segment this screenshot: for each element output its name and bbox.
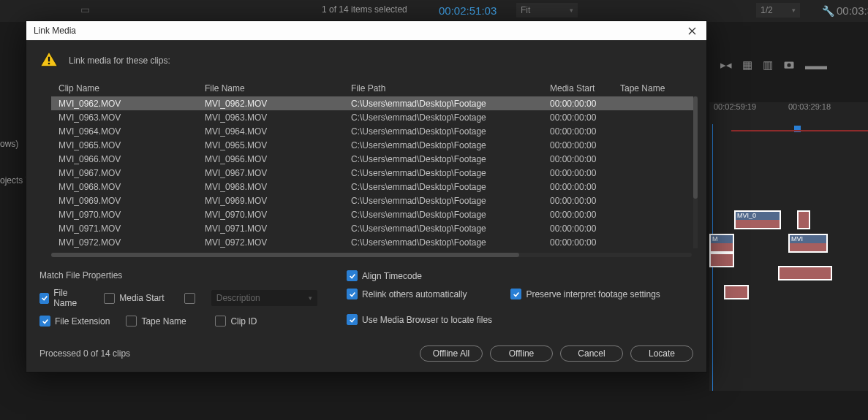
checkbox-tape-name[interactable]: Tape Name (126, 316, 199, 327)
checkbox-file-name[interactable]: File Name (39, 288, 88, 308)
table-header-row[interactable]: Clip Name File Name File Path Media Star… (51, 80, 693, 96)
settings-wrench-icon[interactable]: 🔧 (822, 5, 834, 17)
resolution-dropdown[interactable]: 1/2▾ (756, 3, 800, 18)
cell-path: C:\Users\emmad\Desktop\Footage (351, 112, 550, 123)
checkbox-label: Clip ID (230, 316, 257, 327)
locate-button[interactable]: Locate (630, 345, 693, 362)
description-dropdown[interactable]: Description▾ (211, 290, 317, 306)
table-row[interactable]: MVI_0969.MOVMVI_0969.MOVC:\Users\emmad\D… (51, 194, 693, 207)
table-row[interactable]: MVI_0965.MOVMVI_0965.MOVC:\Users\emmad\D… (51, 138, 693, 152)
timeline-audio-clip[interactable] (724, 285, 749, 299)
col-header-tape[interactable]: Tape Name (620, 83, 679, 93)
dialog-titlebar[interactable]: Link Media (26, 21, 706, 40)
table-row[interactable]: MVI_0967.MOVMVI_0967.MOVC:\Users\emmad\D… (51, 166, 693, 180)
checkbox-use-media-browser[interactable]: Use Media Browser to locate files (347, 314, 693, 325)
cell-clip: MVI_0972.MOV (51, 237, 205, 248)
table-row[interactable]: MVI_0972.MOVMVI_0972.MOVC:\Users\emmad\D… (51, 235, 693, 248)
checkbox-media-start[interactable]: Media Start (104, 293, 168, 304)
table-row[interactable]: MVI_0963.MOVMVI_0963.MOVC:\Users\emmad\D… (51, 110, 693, 124)
cell-clip: MVI_0971.MOV (51, 224, 205, 234)
table-row[interactable]: MVI_0964.MOVMVI_0964.MOVC:\Users\emmad\D… (51, 124, 693, 138)
vertical-scrollbar[interactable] (693, 96, 698, 248)
cell-path: C:\Users\emmad\Desktop\Footage (351, 154, 550, 164)
cell-path: C:\Users\emmad\Desktop\Footage (351, 237, 550, 248)
cell-file: MVI_0964.MOV (205, 126, 351, 137)
compare-icon[interactable]: ▬▬ (805, 59, 827, 72)
cell-start: 00:00:00:00 (550, 154, 620, 164)
svg-point-1 (787, 63, 790, 66)
checkbox-preserve-interpret[interactable]: Preserve interpret footage settings (510, 289, 660, 299)
checkbox-file-extension[interactable]: File Extension (39, 316, 110, 327)
cell-clip: MVI_0970.MOV (51, 210, 205, 220)
offline-button[interactable]: Offline (490, 345, 553, 362)
marker-icon[interactable]: ▸◂ (720, 58, 732, 72)
cell-file: MVI_0971.MOV (205, 224, 351, 234)
offline-all-button[interactable]: Offline All (420, 345, 483, 362)
layout-icon[interactable]: ▥ (763, 58, 773, 72)
checkbox-description[interactable] (184, 293, 195, 304)
table-row[interactable]: MVI_0968.MOVMVI_0968.MOVC:\Users\emmad\D… (51, 180, 693, 194)
checkbox-relink-auto[interactable]: Relink others automatically (347, 289, 467, 299)
match-properties-title: Match File Properties (39, 270, 317, 280)
col-header-file[interactable]: File Name (205, 83, 351, 93)
checkbox-clip-id[interactable]: Clip ID (215, 316, 257, 327)
work-area-bar[interactable] (731, 130, 868, 131)
cell-clip: MVI_0966.MOV (51, 154, 205, 164)
cell-file: MVI_0967.MOV (205, 168, 351, 178)
checkbox-align-timecode[interactable]: Align Timecode (347, 270, 693, 281)
cell-clip: MVI_0968.MOV (51, 182, 205, 192)
clip-header: M (711, 235, 733, 243)
export-frame-icon[interactable]: ▦ (742, 58, 752, 72)
cell-start: 00:00:00:00 (550, 112, 620, 123)
checkbox-label: Tape Name (141, 316, 186, 327)
chevron-down-icon: ▾ (792, 7, 796, 14)
timeline-clip[interactable]: MVI (788, 234, 828, 253)
zoom-fit-dropdown[interactable]: Fit▾ (516, 3, 578, 18)
timeline-clip[interactable] (797, 210, 810, 229)
cell-file: MVI_0968.MOV (205, 182, 351, 192)
timeline-clip[interactable]: MVI_0 (734, 210, 781, 229)
bg-text-fragment: ojects \ (0, 175, 28, 186)
cell-file: MVI_0969.MOV (205, 196, 351, 206)
timeline-clip[interactable]: M (709, 234, 734, 253)
table-row[interactable]: MVI_0966.MOVMVI_0966.MOVC:\Users\emmad\D… (51, 152, 693, 166)
bg-text-fragment: ows) (0, 139, 18, 149)
cell-clip: MVI_0964.MOV (51, 126, 205, 137)
table-row[interactable]: MVI_0970.MOVMVI_0970.MOVC:\Users\emmad\D… (51, 207, 693, 221)
svg-rect-2 (48, 57, 50, 62)
cancel-button[interactable]: Cancel (560, 345, 623, 362)
col-header-clip[interactable]: Clip Name (51, 83, 205, 93)
table-row[interactable]: MVI_0962.MOVMVI_0962.MOVC:\Users\emmad\D… (51, 96, 693, 110)
cell-start: 00:00:00:00 (550, 140, 620, 150)
folder-icon: ▭ (80, 4, 90, 15)
cell-file: MVI_0963.MOV (205, 112, 351, 123)
cell-file: MVI_0972.MOV (205, 237, 351, 248)
scrollbar-thumb[interactable] (51, 253, 519, 257)
timeline-ruler[interactable]: 00:02:59:19 00:03:29:18 (709, 102, 868, 131)
table-row[interactable]: MVI_0971.MOVMVI_0971.MOVC:\Users\emmad\D… (51, 221, 693, 235)
camera-icon[interactable] (783, 59, 795, 72)
cell-start: 00:00:00:00 (550, 196, 620, 206)
cell-start: 00:00:00:00 (550, 168, 620, 178)
selection-count: 1 of 14 items selected (322, 4, 407, 15)
cell-start: 00:00:00:00 (550, 210, 620, 220)
cell-clip: MVI_0965.MOV (51, 140, 205, 150)
warning-text: Link media for these clips: (69, 56, 170, 66)
timeline-audio-clip[interactable] (778, 266, 832, 280)
table-body[interactable]: MVI_0962.MOVMVI_0962.MOVC:\Users\emmad\D… (51, 96, 693, 248)
cell-file: MVI_0962.MOV (205, 99, 351, 109)
link-media-dialog: Link Media Link media for these clips: C… (26, 20, 707, 373)
horizontal-scrollbar[interactable] (51, 253, 692, 257)
cell-start: 00:00:00:00 (550, 99, 620, 109)
cell-clip: MVI_0962.MOV (51, 99, 205, 109)
col-header-path[interactable]: File Path (351, 83, 550, 93)
scrollbar-thumb[interactable] (693, 96, 698, 199)
cell-path: C:\Users\emmad\Desktop\Footage (351, 140, 550, 150)
timeline-panel[interactable]: 00:02:59:19 00:03:29:18 MVI_0 M MVI (709, 102, 868, 391)
col-header-start[interactable]: Media Start (550, 83, 620, 93)
close-button[interactable] (684, 23, 699, 38)
timeline-audio-clip[interactable] (709, 253, 734, 267)
timecode-display[interactable]: 00:02:51:03 (439, 4, 497, 17)
checkbox-label: File Name (53, 288, 88, 308)
zoom-fit-label: Fit (521, 5, 530, 15)
